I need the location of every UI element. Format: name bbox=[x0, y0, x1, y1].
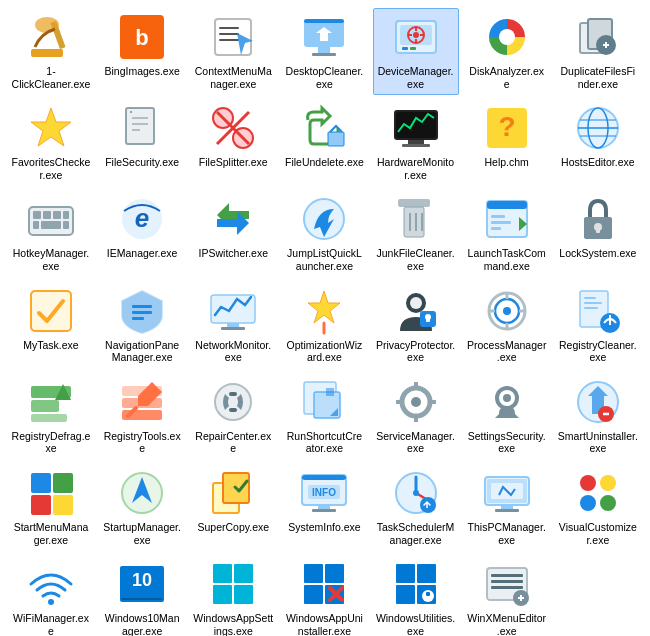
svg-rect-42 bbox=[402, 144, 430, 147]
icon-item-bingimages[interactable]: bBingImages.exe bbox=[99, 8, 185, 95]
svg-point-2 bbox=[35, 17, 59, 33]
windowsutilities-label: WindowsUtilities.exe bbox=[376, 612, 456, 636]
icon-item-runshortcutcreator[interactable]: RunShortcutCreator.exe bbox=[281, 373, 367, 460]
icon-item-supercopy[interactable]: SuperCopy.exe bbox=[190, 464, 276, 551]
icon-item-mytask[interactable]: MyTask.exe bbox=[8, 282, 94, 369]
svg-rect-179 bbox=[491, 580, 523, 583]
privacyprotector-label: PrivacyProtector.exe bbox=[376, 339, 456, 364]
duplicatefinder-label: DuplicateFilesFinder.exe bbox=[558, 65, 638, 90]
icon-item-windows10manager[interactable]: 10Windows10Manager.exe bbox=[99, 555, 185, 636]
1clickcleaner-icon bbox=[27, 13, 75, 61]
icon-item-iemanager[interactable]: eIEManager.exe bbox=[99, 190, 185, 277]
icon-item-helpchm[interactable]: ?Help.chm bbox=[464, 99, 550, 186]
svg-rect-7 bbox=[219, 33, 239, 35]
icon-item-thispcmanager[interactable]: ThisPCManager.exe bbox=[464, 464, 550, 551]
svg-rect-112 bbox=[229, 392, 237, 396]
svg-marker-29 bbox=[31, 108, 71, 146]
icon-item-optimizationwizard[interactable]: OptimizationWizard.exe bbox=[281, 282, 367, 369]
svg-point-155 bbox=[600, 495, 616, 511]
icon-item-contextmenu[interactable]: ContextMenuManager.exe bbox=[190, 8, 276, 95]
icon-item-taskscheduler[interactable]: TaskSchedulerManager.exe bbox=[373, 464, 459, 551]
icon-item-hardwaremonitor[interactable]: HardwareMonitor.exe bbox=[373, 99, 459, 186]
icon-item-navigationpane[interactable]: NavigationPaneManager.exe bbox=[99, 282, 185, 369]
icon-item-desktopcleaner[interactable]: DesktopCleaner.exe bbox=[281, 8, 367, 95]
icon-item-windowsappsettings[interactable]: WindowsAppSettings.exe bbox=[190, 555, 276, 636]
svg-rect-78 bbox=[132, 311, 152, 314]
icon-item-hostseditor[interactable]: HostsEditor.exe bbox=[555, 99, 641, 186]
startmenumanager-label: StartMenuManager.exe bbox=[11, 521, 91, 546]
repaircenter-icon bbox=[209, 378, 257, 426]
icon-item-junkfilecleaner[interactable]: JunkFileCleaner.exe bbox=[373, 190, 459, 277]
svg-rect-105 bbox=[31, 414, 67, 422]
networkmonitor-label: NetworkMonitor.exe bbox=[193, 339, 273, 364]
icon-item-winxmenueditor[interactable]: WinXMenuEditor.exe bbox=[464, 555, 550, 636]
icon-item-smartuninstaller[interactable]: SmartUninstaller.exe bbox=[555, 373, 641, 460]
icon-item-locksystem[interactable]: LockSystem.exe bbox=[555, 190, 641, 277]
svg-rect-57 bbox=[63, 221, 69, 229]
svg-rect-30 bbox=[126, 108, 154, 144]
icon-item-registrycleaner[interactable]: RegistryCleaner.exe bbox=[555, 282, 641, 369]
icon-item-servicemanager[interactable]: ServiceManager.exe bbox=[373, 373, 459, 460]
icon-item-startupmanager[interactable]: StartupManager.exe bbox=[99, 464, 185, 551]
systeminfo-icon: INFO bbox=[300, 469, 348, 517]
svg-rect-129 bbox=[53, 473, 73, 493]
svg-rect-165 bbox=[304, 564, 323, 583]
icon-item-repaircenter[interactable]: RepairCenter.exe bbox=[190, 373, 276, 460]
svg-rect-161 bbox=[213, 564, 232, 583]
icon-item-systeminfo[interactable]: INFOSystemInfo.exe bbox=[281, 464, 367, 551]
svg-point-157 bbox=[48, 599, 54, 605]
contextmenu-icon bbox=[209, 13, 257, 61]
svg-rect-163 bbox=[213, 585, 232, 604]
icon-item-startmenumanager[interactable]: StartMenuManager.exe bbox=[8, 464, 94, 551]
svg-rect-6 bbox=[219, 27, 239, 29]
icon-item-networkmonitor[interactable]: NetworkMonitor.exe bbox=[190, 282, 276, 369]
svg-point-153 bbox=[600, 475, 616, 491]
svg-point-86 bbox=[410, 297, 422, 309]
icon-item-windowsappuninstaller[interactable]: WindowsAppUninstaller.exe bbox=[281, 555, 367, 636]
svg-rect-167 bbox=[304, 585, 323, 604]
svg-rect-77 bbox=[132, 305, 152, 308]
svg-rect-166 bbox=[325, 564, 344, 583]
icon-item-ipswitcher[interactable]: IPSwitcher.exe bbox=[190, 190, 276, 277]
icon-item-jumplistquicklauncher[interactable]: JumpListQuickLauncher.exe bbox=[281, 190, 367, 277]
svg-rect-75 bbox=[596, 227, 600, 233]
svg-rect-130 bbox=[31, 495, 51, 515]
svg-rect-22 bbox=[410, 47, 416, 50]
diskanalyzer-icon bbox=[483, 13, 531, 61]
icon-item-visualcustomizer[interactable]: VisualCustomizer.exe bbox=[555, 464, 641, 551]
hostseditor-label: HostsEditor.exe bbox=[561, 156, 635, 169]
svg-point-20 bbox=[413, 32, 419, 38]
icon-item-1clickcleaner[interactable]: 1-ClickCleaner.exe bbox=[8, 8, 94, 95]
svg-rect-76 bbox=[31, 291, 71, 331]
svg-rect-172 bbox=[417, 564, 436, 583]
svg-rect-51 bbox=[33, 211, 41, 219]
icon-item-filesecurity[interactable]: FileSecurity.exe bbox=[99, 99, 185, 186]
svg-rect-10 bbox=[304, 19, 344, 23]
icon-item-wifimanager[interactable]: WiFiManager.exe bbox=[8, 555, 94, 636]
icon-item-hotkeymanager[interactable]: HotkeyManager.exe bbox=[8, 190, 94, 277]
filesplitter-label: FileSplitter.exe bbox=[199, 156, 268, 169]
svg-rect-41 bbox=[408, 140, 424, 144]
icon-item-settingssecurity[interactable]: SettingsSecurity.exe bbox=[464, 373, 550, 460]
iemanager-label: IEManager.exe bbox=[107, 247, 178, 260]
1clickcleaner-label: 1-ClickCleaner.exe bbox=[11, 65, 91, 90]
icon-item-favoriteschecker[interactable]: FavoritesChecker.exe bbox=[8, 99, 94, 186]
svg-point-23 bbox=[499, 29, 515, 45]
icon-item-registrytools[interactable]: RegistryTools.exe bbox=[99, 373, 185, 460]
icon-item-devicemanager[interactable]: DeviceManager.exe bbox=[373, 8, 459, 95]
icon-item-processmanager[interactable]: ProcessManager.exe bbox=[464, 282, 550, 369]
icon-item-duplicatefinder[interactable]: DuplicateFilesFinder.exe bbox=[555, 8, 641, 95]
icon-item-launchtaskcommand[interactable]: LaunchTaskCommand.exe bbox=[464, 190, 550, 277]
contextmenu-label: ContextMenuManager.exe bbox=[193, 65, 273, 90]
hostseditor-icon bbox=[574, 104, 622, 152]
servicemanager-label: ServiceManager.exe bbox=[376, 430, 456, 455]
icon-item-diskanalyzer[interactable]: DiskAnalyzer.exe bbox=[464, 8, 550, 95]
svg-rect-67 bbox=[487, 201, 527, 209]
icon-item-windowsutilities[interactable]: WindowsUtilities.exe bbox=[373, 555, 459, 636]
icon-item-privacyprotector[interactable]: PrivacyProtector.exe bbox=[373, 282, 459, 369]
desktopcleaner-icon bbox=[300, 13, 348, 61]
settingssecurity-label: SettingsSecurity.exe bbox=[467, 430, 547, 455]
icon-item-fileundelete[interactable]: FileUndelete.exe bbox=[281, 99, 367, 186]
icon-item-registrydefrag[interactable]: RegistryDefrag.exe bbox=[8, 373, 94, 460]
icon-item-filesplitter[interactable]: FileSplitter.exe bbox=[190, 99, 276, 186]
